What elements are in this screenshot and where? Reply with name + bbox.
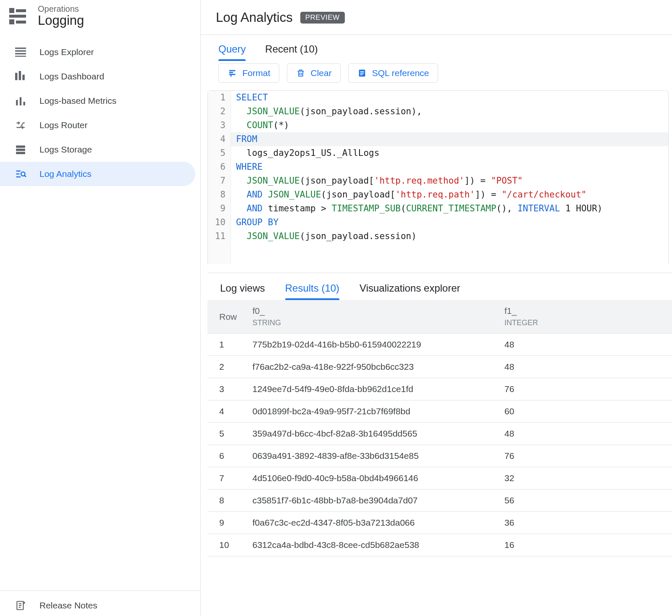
svg-rect-25 — [360, 74, 362, 75]
tab-log-views[interactable]: Log views — [220, 282, 265, 300]
svg-point-16 — [21, 172, 25, 176]
sidebar-item-logs-explorer[interactable]: Logs Explorer — [0, 40, 195, 64]
product-line: Operations — [38, 4, 84, 14]
cell-f1: 32 — [499, 467, 672, 490]
svg-rect-4 — [15, 73, 17, 80]
sidebar-item-label: Logs Router — [39, 120, 87, 130]
release-notes-icon — [14, 599, 27, 612]
cell-f1: 16 — [499, 534, 672, 556]
clear-button[interactable]: Clear — [287, 63, 341, 83]
cell-f0: 359a497d-b6cc-4bcf-82a8-3b16495dd565 — [247, 423, 499, 445]
page-title: Log Analytics — [216, 10, 293, 25]
sidebar-item-label: Log Analytics — [39, 169, 92, 179]
format-button[interactable]: Format — [218, 63, 279, 83]
query-actions: Format Clear SQL reference — [206, 61, 672, 90]
sidebar-item-logs-metrics[interactable]: Logs-based Metrics — [0, 89, 195, 113]
table-row[interactable]: 106312ca4a-bdbd-43c8-8cee-cd5b682ae53816 — [207, 534, 672, 556]
sidebar-item-logs-router[interactable]: Logs Router — [0, 113, 195, 137]
sidebar-item-logs-storage[interactable]: Logs Storage — [0, 137, 195, 162]
svg-line-17 — [24, 176, 26, 177]
cell-f1: 48 — [499, 423, 672, 445]
col-header-row: Row — [207, 300, 247, 334]
dashboard-icon — [14, 70, 27, 83]
sidebar-item-label: Logs Explorer — [39, 47, 94, 57]
cell-f0: 1249ee7d-54f9-49e0-8fda-bb962d1ce1fd — [247, 378, 499, 400]
col-header-f0: f0_STRING — [247, 300, 499, 334]
table-row[interactable]: 1775b2b19-02d4-416b-b5b0-61594002221948 — [207, 334, 672, 356]
query-tabs: Query Recent (10) — [206, 35, 672, 61]
tab-recent[interactable]: Recent (10) — [265, 43, 318, 61]
table-row[interactable]: 5359a497d-b6cc-4bcf-82a8-3b16495dd56548 — [207, 423, 672, 445]
svg-rect-7 — [16, 100, 18, 105]
svg-rect-3 — [15, 56, 26, 57]
sidebar-nav: Logs Explorer Logs Dashboard Logs-based … — [0, 34, 200, 186]
cell-f0: f0a67c3c-ec2d-4347-8f05-b3a7213da066 — [247, 512, 499, 534]
cell-row-number: 10 — [207, 534, 247, 556]
cell-f1: 76 — [499, 378, 672, 400]
button-label: Clear — [311, 68, 332, 78]
table-row[interactable]: 9f0a67c3c-ec2d-4347-8f05-b3a7213da06636 — [207, 512, 672, 534]
logging-product-icon — [9, 8, 26, 25]
svg-rect-6 — [22, 75, 24, 80]
sidebar: Operations Logging Logs Explorer Logs Da… — [0, 0, 201, 616]
tab-query[interactable]: Query — [218, 43, 246, 61]
results-table: Row f0_STRING f1_INTEGER 1775b2b19-02d4-… — [207, 300, 672, 556]
results-panel: Log views Results (10) Visualizations ex… — [207, 273, 672, 556]
cell-row-number: 8 — [207, 490, 247, 512]
svg-rect-9 — [24, 102, 25, 105]
table-row[interactable]: 8c35851f7-6b1c-48bb-b7a8-be3904da7d0756 — [207, 490, 672, 512]
results-tabs: Log views Results (10) Visualizations ex… — [207, 273, 672, 300]
cell-row-number: 6 — [207, 445, 247, 467]
main-content: Log Analytics PREVIEW Query Recent (10) … — [201, 0, 672, 616]
table-row[interactable]: 31249ee7d-54f9-49e0-8fda-bb962d1ce1fd76 — [207, 378, 672, 400]
cell-row-number: 3 — [207, 378, 247, 400]
tab-visualizations[interactable]: Visualizations explorer — [360, 282, 460, 300]
sidebar-item-label: Release Notes — [39, 600, 97, 611]
button-label: SQL reference — [372, 68, 429, 78]
svg-rect-12 — [16, 152, 25, 154]
sidebar-item-label: Logs Dashboard — [39, 71, 104, 82]
product-name: Logging — [38, 13, 84, 28]
svg-rect-24 — [360, 73, 364, 74]
cell-row-number: 1 — [207, 334, 247, 356]
table-row[interactable]: 40d01899f-bc2a-49a9-95f7-21cb7f69f8bd60 — [207, 400, 672, 423]
preview-badge: PREVIEW — [300, 12, 345, 24]
cell-f1: 76 — [499, 445, 672, 467]
format-icon — [227, 68, 237, 78]
table-row[interactable]: 74d5106e0-f9d0-40c9-b58a-0bd4b496614632 — [207, 467, 672, 490]
analytics-search-icon — [14, 168, 27, 180]
sql-reference-button[interactable]: SQL reference — [348, 63, 438, 83]
sidebar-item-logs-dashboard[interactable]: Logs Dashboard — [0, 64, 195, 89]
cell-f0: 775b2b19-02d4-416b-b5b0-615940022219 — [247, 334, 499, 356]
cell-f0: 4d5106e0-f9d0-40c9-b58a-0bd4b4966146 — [247, 467, 499, 490]
cell-row-number: 5 — [207, 423, 247, 445]
cell-row-number: 7 — [207, 467, 247, 490]
svg-rect-0 — [15, 47, 26, 49]
trash-icon — [296, 68, 306, 78]
route-icon — [14, 119, 27, 132]
cell-f0: 6312ca4a-bdbd-43c8-8cee-cd5b682ae538 — [247, 534, 499, 556]
cell-f1: 36 — [499, 512, 672, 534]
cell-row-number: 4 — [207, 400, 247, 423]
cell-row-number: 9 — [207, 512, 247, 534]
sidebar-item-log-analytics[interactable]: Log Analytics — [0, 162, 195, 186]
sidebar-item-label: Logs Storage — [39, 145, 92, 155]
tab-results[interactable]: Results (10) — [285, 282, 339, 300]
sql-editor[interactable]: 1SELECT 2 JSON_VALUE(json_payload.sessio… — [207, 90, 669, 264]
cell-f1: 60 — [499, 400, 672, 423]
svg-rect-5 — [19, 71, 21, 80]
svg-rect-11 — [16, 149, 25, 151]
svg-rect-10 — [16, 145, 25, 147]
list-icon — [14, 46, 27, 58]
cell-f1: 48 — [499, 334, 672, 356]
sidebar-item-release-notes[interactable]: Release Notes — [0, 590, 200, 616]
bar-chart-icon — [14, 95, 27, 107]
cell-f1: 56 — [499, 490, 672, 512]
button-label: Format — [242, 68, 270, 78]
svg-rect-1 — [15, 50, 26, 52]
document-icon — [357, 68, 367, 78]
sidebar-title-block: Operations Logging — [38, 4, 84, 28]
results-header-row: Row f0_STRING f1_INTEGER — [207, 300, 672, 334]
table-row[interactable]: 2f76ac2b2-ca9a-418e-922f-950bcb6cc32348 — [207, 356, 672, 378]
table-row[interactable]: 60639a491-3892-4839-af8e-33b6d3154e8576 — [207, 445, 672, 467]
